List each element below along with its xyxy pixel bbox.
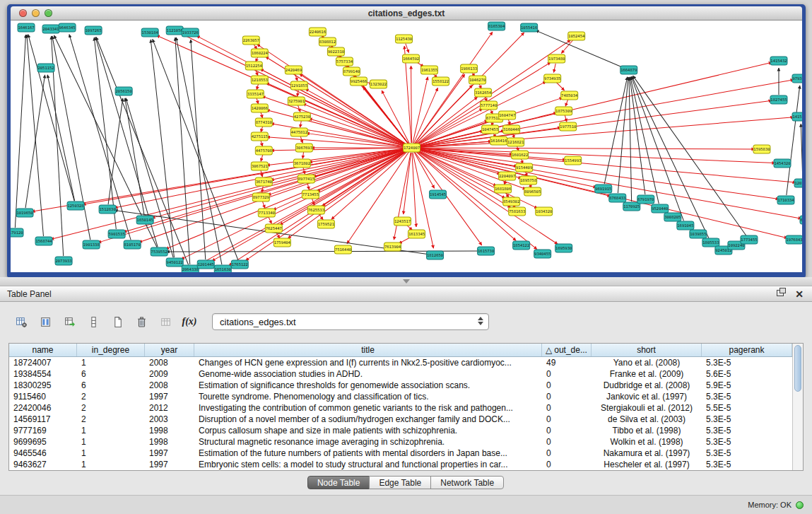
graph-node[interactable]: 1512830 bbox=[99, 205, 116, 214]
delete-table-icon[interactable] bbox=[131, 313, 151, 331]
graph-edge[interactable] bbox=[151, 40, 174, 257]
cell-title[interactable]: Corpus callosum shape and size in male p… bbox=[194, 425, 542, 436]
graph-node[interactable]: 4475708 bbox=[255, 146, 272, 155]
graph-node[interactable]: 1681806 bbox=[495, 185, 512, 193]
graph-node[interactable]: 1854122 bbox=[513, 241, 530, 250]
combo-stepper-icon[interactable] bbox=[478, 317, 483, 325]
close-panel-icon[interactable]: ✕ bbox=[795, 289, 804, 299]
graph-edge[interactable] bbox=[300, 121, 302, 128]
graph-node[interactable]: 1216821 bbox=[507, 138, 524, 146]
graph-node[interactable]: 8977415 bbox=[298, 175, 314, 183]
cell-title[interactable]: Tourette syndrome. Phenomenology and cla… bbox=[194, 391, 542, 402]
cell-year[interactable]: 1998 bbox=[145, 436, 194, 448]
graph-edge[interactable] bbox=[175, 37, 190, 264]
graph-node[interactable]: 1601622 bbox=[512, 151, 529, 159]
graph-node[interactable]: 1664879 bbox=[620, 66, 637, 74]
merge-tables-icon[interactable] bbox=[155, 313, 175, 331]
graph-node[interactable]: 5901535 bbox=[108, 230, 125, 238]
graph-node[interactable]: 1860224 bbox=[251, 49, 268, 57]
table-row[interactable]: 1872400712008Changes of HCN gene express… bbox=[9, 357, 792, 368]
graph-node[interactable]: 1046270 bbox=[469, 76, 486, 84]
cell-in_degree[interactable]: 1 bbox=[77, 425, 145, 436]
cell-name[interactable]: 18300295 bbox=[9, 380, 77, 391]
cell-out_degree[interactable]: 0 bbox=[542, 380, 592, 391]
graph-node[interactable]: 5757334 bbox=[336, 57, 353, 66]
table-row[interactable]: 1456911722003Disruption of a novel membe… bbox=[9, 414, 792, 425]
graph-node[interactable]: 1613345 bbox=[408, 230, 425, 238]
graph-node[interactable]: 9925466 bbox=[350, 77, 367, 86]
graph-node[interactable]: 2064338 bbox=[182, 265, 199, 272]
panel-resize-handle-icon[interactable] bbox=[403, 279, 410, 284]
graph-edge[interactable] bbox=[416, 100, 772, 147]
graph-node[interactable]: 1759404 bbox=[273, 238, 290, 247]
cell-year[interactable]: 1998 bbox=[145, 425, 194, 436]
graph-node[interactable]: 3008205 bbox=[664, 213, 681, 221]
cell-pagerank[interactable]: 5.3E-5 bbox=[702, 425, 792, 436]
cell-short[interactable]: Wolkin et al. (1998) bbox=[592, 436, 702, 448]
table-settings-icon[interactable] bbox=[11, 313, 31, 331]
graph-node[interactable]: 1019650 bbox=[16, 209, 33, 217]
graph-node[interactable]: 1695930 bbox=[555, 244, 572, 252]
table-row[interactable]: 969969511998Structural magnetic resonanc… bbox=[9, 436, 792, 448]
cell-in_degree[interactable]: 6 bbox=[77, 380, 145, 391]
graph-node[interactable]: 1052454 bbox=[568, 32, 585, 40]
window-minimize-button[interactable] bbox=[32, 9, 40, 17]
cell-title[interactable]: Embryonic stem cells: a model to study s… bbox=[194, 459, 542, 470]
cell-name[interactable]: 9465546 bbox=[9, 448, 77, 459]
cell-in_degree[interactable]: 2 bbox=[77, 402, 145, 414]
graph-node[interactable]: 1773455 bbox=[741, 235, 758, 244]
graph-node[interactable]: 1034320 bbox=[536, 207, 553, 216]
graph-edge[interactable] bbox=[152, 149, 407, 218]
cell-out_degree[interactable]: 0 bbox=[542, 459, 592, 470]
cell-name[interactable]: 22420046 bbox=[9, 402, 77, 414]
table-row[interactable]: 946362711997Embryonic stem cells: a mode… bbox=[9, 459, 792, 470]
graph-node[interactable]: 3275901 bbox=[288, 97, 305, 105]
column-header-pagerank[interactable]: pagerank bbox=[702, 344, 792, 356]
panel-split-divider[interactable] bbox=[0, 277, 812, 286]
graph-node[interactable]: 8549302 bbox=[503, 197, 520, 206]
cell-out_degree[interactable]: 0 bbox=[542, 425, 592, 436]
graph-edge[interactable] bbox=[417, 148, 775, 163]
graph-node[interactable]: 3671802 bbox=[293, 159, 310, 168]
graph-edge[interactable] bbox=[604, 77, 627, 184]
graph-node[interactable]: 9691915 bbox=[595, 185, 612, 193]
tab-network-table[interactable]: Network Table bbox=[430, 476, 504, 489]
cell-out_degree[interactable]: 0 bbox=[542, 391, 592, 402]
graph-node[interactable]: 7516440 bbox=[334, 245, 351, 254]
network-window-titlebar[interactable]: citations_edges.txt bbox=[11, 6, 802, 21]
graph-node[interactable]: 1914545 bbox=[430, 190, 447, 199]
cell-short[interactable]: de Silva et al. (2003) bbox=[592, 414, 702, 425]
cell-pagerank[interactable]: 5.3E-5 bbox=[702, 448, 792, 459]
graph-node[interactable]: 9154409 bbox=[516, 163, 533, 172]
graph-edge[interactable] bbox=[302, 152, 303, 159]
graph-node[interactable]: 1664592 bbox=[402, 54, 419, 63]
network-canvas-area[interactable]: 1724007226305718602241512254121855333351… bbox=[11, 21, 802, 272]
cell-title[interactable]: Estimation of the future numbers of pati… bbox=[194, 448, 542, 459]
show-columns-icon[interactable] bbox=[35, 313, 55, 331]
graph-node[interactable]: 1512254 bbox=[245, 62, 262, 70]
graph-node[interactable]: 1901338 bbox=[83, 240, 100, 249]
graph-edge[interactable] bbox=[261, 155, 263, 162]
graph-node[interactable]: 4275230 bbox=[293, 112, 310, 121]
cell-year[interactable]: 1997 bbox=[145, 391, 194, 402]
graph-edge[interactable] bbox=[416, 62, 772, 146]
graph-node[interactable]: 1724007 bbox=[403, 144, 420, 152]
cell-short[interactable]: Franke et al. (2009) bbox=[592, 368, 702, 380]
graph-node[interactable]: 1827455 bbox=[770, 95, 787, 104]
graph-node[interactable]: 1415166 bbox=[792, 112, 802, 121]
graph-edge[interactable] bbox=[417, 148, 755, 149]
graph-node[interactable]: 1291855 bbox=[290, 81, 307, 90]
graph-edge[interactable] bbox=[298, 90, 299, 97]
graph-node[interactable]: 1218553 bbox=[251, 76, 268, 84]
graph-node[interactable]: 1595830 bbox=[753, 145, 770, 153]
graph-node[interactable]: 1976843 bbox=[786, 235, 802, 244]
graph-node[interactable]: 7613904 bbox=[384, 243, 401, 251]
tab-node-table[interactable]: Node Table bbox=[307, 476, 370, 489]
graph-node[interactable]: 2204097 bbox=[499, 172, 516, 180]
graph-node[interactable]: 1454320 bbox=[774, 159, 791, 168]
cell-pagerank[interactable]: 5.3E-5 bbox=[702, 414, 792, 425]
cell-name[interactable]: 19384554 bbox=[9, 368, 77, 380]
graph-node[interactable]: 3162654 bbox=[475, 88, 492, 97]
graph-edge[interactable] bbox=[262, 201, 265, 209]
graph-node[interactable]: 8774310 bbox=[255, 118, 272, 127]
